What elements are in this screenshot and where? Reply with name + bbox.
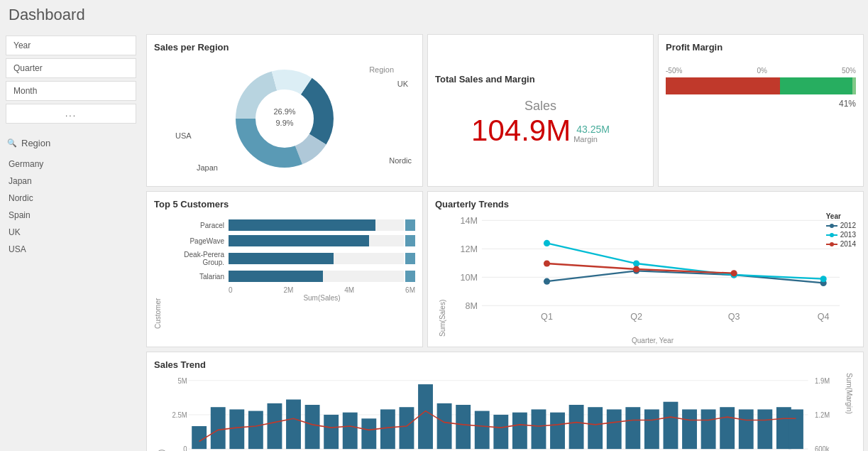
donut-container: 26.9% 9.9% Region UK Nordic USA Japan	[154, 58, 415, 179]
svg-rect-53	[550, 413, 565, 449]
region-item-japan[interactable]: Japan	[6, 173, 136, 190]
point-2013-q4	[820, 276, 827, 282]
bar-track-paracel	[229, 219, 404, 231]
sales-trend-y2-label: Sum(Margin)	[842, 373, 856, 451]
japan-label: Japan	[197, 163, 218, 172]
svg-rect-42	[343, 413, 358, 449]
sales-figure: 104.9M 43.25M Margin	[471, 114, 610, 148]
year-legend-title: Year	[826, 212, 856, 220]
usa-label: USA	[175, 131, 192, 140]
x-tick-4m: 4M	[344, 286, 354, 294]
region-item-germany[interactable]: Germany	[6, 156, 136, 173]
legend-2012: 2012	[826, 222, 856, 229]
region-search: 🔍 Region Germany Japan Nordic Spain UK U…	[6, 135, 136, 258]
svg-text:600k: 600k	[815, 445, 830, 451]
svg-point-24	[830, 242, 834, 246]
dashboard-title: Dashboard	[0, 0, 868, 30]
region-search-header[interactable]: 🔍 Region	[6, 135, 136, 151]
svg-rect-36	[229, 409, 244, 449]
sales-per-region-card: Sales per Region	[146, 34, 423, 187]
sales-trend-card: Sales Trend Sum(Sales) 5M 2.5M 0	[146, 352, 864, 451]
svg-text:10M: 10M	[461, 273, 478, 283]
svg-rect-54	[569, 405, 584, 449]
margin-bar-light	[852, 77, 856, 94]
svg-rect-35	[211, 407, 226, 449]
bar-fill-deak	[229, 253, 334, 264]
svg-rect-50	[493, 415, 508, 449]
bar-track-deak	[229, 253, 404, 264]
sales-label: Sales	[524, 99, 556, 114]
profit-margin-card: Profit Margin -50% 0% 50% 41%	[658, 34, 864, 187]
region-item-spain[interactable]: Spain	[6, 207, 136, 224]
svg-rect-63	[739, 409, 754, 449]
top-row: Sales per Region	[146, 34, 864, 187]
svg-rect-52	[532, 409, 546, 449]
svg-rect-38	[268, 403, 282, 449]
svg-rect-41	[324, 415, 339, 449]
sidebar: Year Quarter Month ... 🔍 Region Germany …	[0, 30, 142, 451]
quarterly-trends-card: Quarterly Trends Sum(Sales) 1	[427, 191, 864, 347]
svg-text:9.9%: 9.9%	[275, 119, 293, 127]
bar-y-label: Customer	[154, 215, 162, 329]
bar-row-pagewave: PageWave	[165, 235, 415, 246]
svg-text:14M: 14M	[461, 216, 478, 226]
point-2014-q1	[544, 260, 550, 266]
sales-trend-svg: 5M 2.5M 0 1.9M 1.2M 600k	[168, 373, 842, 451]
svg-rect-57	[625, 407, 640, 449]
svg-rect-51	[512, 413, 527, 449]
bar-label-pagewave: PageWave	[165, 237, 229, 245]
bar-fill-talarian	[229, 271, 323, 282]
filter-quarter[interactable]: Quarter	[6, 58, 136, 78]
sales-trend-y-label: Sum(Sales)	[154, 373, 168, 451]
legend-2013: 2013	[826, 231, 856, 239]
legend-line-2013	[826, 232, 837, 238]
svg-text:Q1: Q1	[541, 312, 553, 322]
x-tick-0: 0	[229, 286, 233, 294]
bar-label-talarian: Talarian	[165, 273, 229, 281]
margin-label: Margin	[573, 135, 610, 143]
svg-rect-59	[664, 402, 679, 449]
svg-text:1.2M: 1.2M	[815, 411, 830, 420]
filter-month[interactable]: Month	[6, 81, 136, 101]
bar-row-paracel: Paracel	[165, 219, 415, 231]
region-label: Region	[21, 138, 50, 148]
svg-text:Q2: Q2	[630, 312, 642, 322]
region-item-nordic[interactable]: Nordic	[6, 190, 136, 207]
bar-track-pagewave	[229, 235, 404, 246]
quarterly-legend: Year 2012 2013 2014	[826, 212, 856, 249]
svg-rect-46	[418, 384, 433, 449]
point-2014-q3	[731, 270, 737, 276]
region-item-usa[interactable]: USA	[6, 241, 136, 258]
nordic-label: Nordic	[389, 156, 412, 165]
legend-2014: 2014	[826, 240, 856, 248]
svg-rect-43	[361, 418, 376, 449]
svg-text:Q3: Q3	[728, 312, 740, 322]
svg-text:0: 0	[183, 445, 187, 451]
axis-label-neg50: -50%	[666, 67, 682, 75]
svg-rect-56	[607, 409, 622, 449]
axis-label-0: 0%	[757, 67, 767, 75]
bar-chart-inner: Paracel PageWave	[165, 215, 415, 329]
top-customers-title: Top 5 Customers	[154, 199, 415, 210]
svg-rect-39	[286, 400, 301, 450]
svg-rect-44	[380, 409, 395, 449]
point-2014-q2	[633, 266, 639, 272]
svg-text:2.5M: 2.5M	[172, 411, 187, 420]
region-item-uk[interactable]: UK	[6, 224, 136, 241]
filter-year[interactable]: Year	[6, 36, 136, 55]
svg-point-20	[830, 224, 834, 228]
svg-text:8M: 8M	[466, 301, 478, 311]
svg-rect-34	[192, 426, 207, 449]
x-tick-6m: 6M	[405, 286, 415, 294]
quarterly-x-title: Quarter, Year	[449, 337, 856, 344]
region-list: Germany Japan Nordic Spain UK USA	[6, 156, 136, 258]
svg-rect-61	[701, 409, 716, 449]
middle-row: Top 5 Customers Customer Paracel	[146, 191, 864, 347]
uk-label: UK	[397, 80, 408, 88]
svg-rect-64	[757, 409, 772, 449]
search-icon: 🔍	[7, 138, 17, 148]
donut-chart: 26.9% 9.9%	[214, 62, 356, 175]
svg-text:1.9M: 1.9M	[815, 376, 830, 385]
axis-label-50: 50%	[842, 67, 856, 75]
filter-more[interactable]: ...	[6, 104, 136, 124]
